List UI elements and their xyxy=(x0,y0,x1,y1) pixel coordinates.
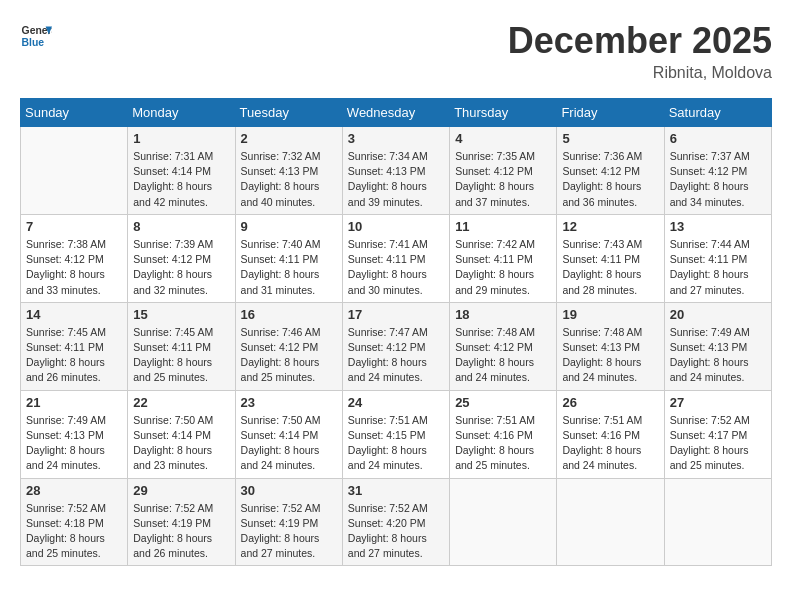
weekday-header-tuesday: Tuesday xyxy=(235,99,342,127)
calendar-day-cell: 13Sunrise: 7:44 AMSunset: 4:11 PMDayligh… xyxy=(664,214,771,302)
day-info: Sunrise: 7:44 AMSunset: 4:11 PMDaylight:… xyxy=(670,237,766,298)
calendar-day-cell: 3Sunrise: 7:34 AMSunset: 4:13 PMDaylight… xyxy=(342,127,449,215)
day-info: Sunrise: 7:39 AMSunset: 4:12 PMDaylight:… xyxy=(133,237,229,298)
calendar-day-cell: 10Sunrise: 7:41 AMSunset: 4:11 PMDayligh… xyxy=(342,214,449,302)
day-number: 13 xyxy=(670,219,766,234)
day-info: Sunrise: 7:40 AMSunset: 4:11 PMDaylight:… xyxy=(241,237,337,298)
calendar-day-cell: 29Sunrise: 7:52 AMSunset: 4:19 PMDayligh… xyxy=(128,478,235,566)
location-subtitle: Ribnita, Moldova xyxy=(508,64,772,82)
day-number: 7 xyxy=(26,219,122,234)
day-number: 21 xyxy=(26,395,122,410)
day-info: Sunrise: 7:52 AMSunset: 4:18 PMDaylight:… xyxy=(26,501,122,562)
day-number: 8 xyxy=(133,219,229,234)
calendar-header-row: SundayMondayTuesdayWednesdayThursdayFrid… xyxy=(21,99,772,127)
weekday-header-thursday: Thursday xyxy=(450,99,557,127)
day-number: 17 xyxy=(348,307,444,322)
calendar-day-cell xyxy=(21,127,128,215)
day-info: Sunrise: 7:49 AMSunset: 4:13 PMDaylight:… xyxy=(670,325,766,386)
day-number: 18 xyxy=(455,307,551,322)
day-info: Sunrise: 7:49 AMSunset: 4:13 PMDaylight:… xyxy=(26,413,122,474)
calendar-day-cell: 25Sunrise: 7:51 AMSunset: 4:16 PMDayligh… xyxy=(450,390,557,478)
day-number: 1 xyxy=(133,131,229,146)
calendar-day-cell: 2Sunrise: 7:32 AMSunset: 4:13 PMDaylight… xyxy=(235,127,342,215)
calendar-day-cell: 30Sunrise: 7:52 AMSunset: 4:19 PMDayligh… xyxy=(235,478,342,566)
day-info: Sunrise: 7:50 AMSunset: 4:14 PMDaylight:… xyxy=(133,413,229,474)
day-info: Sunrise: 7:51 AMSunset: 4:16 PMDaylight:… xyxy=(455,413,551,474)
day-info: Sunrise: 7:52 AMSunset: 4:19 PMDaylight:… xyxy=(241,501,337,562)
calendar-day-cell: 26Sunrise: 7:51 AMSunset: 4:16 PMDayligh… xyxy=(557,390,664,478)
page-header: General Blue December 2025 Ribnita, Mold… xyxy=(20,20,772,82)
day-number: 24 xyxy=(348,395,444,410)
day-number: 27 xyxy=(670,395,766,410)
calendar-day-cell: 16Sunrise: 7:46 AMSunset: 4:12 PMDayligh… xyxy=(235,302,342,390)
day-info: Sunrise: 7:47 AMSunset: 4:12 PMDaylight:… xyxy=(348,325,444,386)
logo-icon: General Blue xyxy=(20,20,52,52)
day-number: 22 xyxy=(133,395,229,410)
calendar-day-cell: 11Sunrise: 7:42 AMSunset: 4:11 PMDayligh… xyxy=(450,214,557,302)
calendar-day-cell: 6Sunrise: 7:37 AMSunset: 4:12 PMDaylight… xyxy=(664,127,771,215)
day-number: 9 xyxy=(241,219,337,234)
day-number: 2 xyxy=(241,131,337,146)
day-number: 10 xyxy=(348,219,444,234)
day-info: Sunrise: 7:52 AMSunset: 4:19 PMDaylight:… xyxy=(133,501,229,562)
day-number: 25 xyxy=(455,395,551,410)
day-info: Sunrise: 7:52 AMSunset: 4:20 PMDaylight:… xyxy=(348,501,444,562)
day-info: Sunrise: 7:38 AMSunset: 4:12 PMDaylight:… xyxy=(26,237,122,298)
calendar-day-cell: 22Sunrise: 7:50 AMSunset: 4:14 PMDayligh… xyxy=(128,390,235,478)
day-info: Sunrise: 7:45 AMSunset: 4:11 PMDaylight:… xyxy=(133,325,229,386)
calendar-week-row: 1Sunrise: 7:31 AMSunset: 4:14 PMDaylight… xyxy=(21,127,772,215)
calendar-table: SundayMondayTuesdayWednesdayThursdayFrid… xyxy=(20,98,772,566)
calendar-day-cell: 24Sunrise: 7:51 AMSunset: 4:15 PMDayligh… xyxy=(342,390,449,478)
calendar-day-cell xyxy=(557,478,664,566)
weekday-header-friday: Friday xyxy=(557,99,664,127)
day-info: Sunrise: 7:46 AMSunset: 4:12 PMDaylight:… xyxy=(241,325,337,386)
logo: General Blue xyxy=(20,20,52,52)
day-number: 16 xyxy=(241,307,337,322)
day-info: Sunrise: 7:42 AMSunset: 4:11 PMDaylight:… xyxy=(455,237,551,298)
calendar-day-cell: 9Sunrise: 7:40 AMSunset: 4:11 PMDaylight… xyxy=(235,214,342,302)
day-info: Sunrise: 7:37 AMSunset: 4:12 PMDaylight:… xyxy=(670,149,766,210)
calendar-day-cell: 27Sunrise: 7:52 AMSunset: 4:17 PMDayligh… xyxy=(664,390,771,478)
day-info: Sunrise: 7:51 AMSunset: 4:16 PMDaylight:… xyxy=(562,413,658,474)
day-number: 19 xyxy=(562,307,658,322)
calendar-week-row: 21Sunrise: 7:49 AMSunset: 4:13 PMDayligh… xyxy=(21,390,772,478)
day-number: 12 xyxy=(562,219,658,234)
day-info: Sunrise: 7:41 AMSunset: 4:11 PMDaylight:… xyxy=(348,237,444,298)
day-number: 6 xyxy=(670,131,766,146)
day-info: Sunrise: 7:48 AMSunset: 4:12 PMDaylight:… xyxy=(455,325,551,386)
day-number: 15 xyxy=(133,307,229,322)
calendar-day-cell: 15Sunrise: 7:45 AMSunset: 4:11 PMDayligh… xyxy=(128,302,235,390)
calendar-day-cell: 5Sunrise: 7:36 AMSunset: 4:12 PMDaylight… xyxy=(557,127,664,215)
calendar-day-cell: 20Sunrise: 7:49 AMSunset: 4:13 PMDayligh… xyxy=(664,302,771,390)
title-block: December 2025 Ribnita, Moldova xyxy=(508,20,772,82)
day-info: Sunrise: 7:50 AMSunset: 4:14 PMDaylight:… xyxy=(241,413,337,474)
day-number: 26 xyxy=(562,395,658,410)
day-info: Sunrise: 7:48 AMSunset: 4:13 PMDaylight:… xyxy=(562,325,658,386)
weekday-header-sunday: Sunday xyxy=(21,99,128,127)
day-number: 5 xyxy=(562,131,658,146)
day-info: Sunrise: 7:52 AMSunset: 4:17 PMDaylight:… xyxy=(670,413,766,474)
day-number: 29 xyxy=(133,483,229,498)
day-number: 23 xyxy=(241,395,337,410)
weekday-header-monday: Monday xyxy=(128,99,235,127)
day-number: 14 xyxy=(26,307,122,322)
day-info: Sunrise: 7:31 AMSunset: 4:14 PMDaylight:… xyxy=(133,149,229,210)
calendar-day-cell xyxy=(664,478,771,566)
calendar-day-cell: 18Sunrise: 7:48 AMSunset: 4:12 PMDayligh… xyxy=(450,302,557,390)
calendar-day-cell: 14Sunrise: 7:45 AMSunset: 4:11 PMDayligh… xyxy=(21,302,128,390)
day-info: Sunrise: 7:51 AMSunset: 4:15 PMDaylight:… xyxy=(348,413,444,474)
calendar-day-cell: 23Sunrise: 7:50 AMSunset: 4:14 PMDayligh… xyxy=(235,390,342,478)
calendar-week-row: 7Sunrise: 7:38 AMSunset: 4:12 PMDaylight… xyxy=(21,214,772,302)
day-info: Sunrise: 7:43 AMSunset: 4:11 PMDaylight:… xyxy=(562,237,658,298)
calendar-week-row: 14Sunrise: 7:45 AMSunset: 4:11 PMDayligh… xyxy=(21,302,772,390)
day-number: 4 xyxy=(455,131,551,146)
calendar-week-row: 28Sunrise: 7:52 AMSunset: 4:18 PMDayligh… xyxy=(21,478,772,566)
day-info: Sunrise: 7:35 AMSunset: 4:12 PMDaylight:… xyxy=(455,149,551,210)
day-number: 20 xyxy=(670,307,766,322)
calendar-day-cell: 7Sunrise: 7:38 AMSunset: 4:12 PMDaylight… xyxy=(21,214,128,302)
weekday-header-saturday: Saturday xyxy=(664,99,771,127)
calendar-day-cell: 19Sunrise: 7:48 AMSunset: 4:13 PMDayligh… xyxy=(557,302,664,390)
day-number: 30 xyxy=(241,483,337,498)
calendar-day-cell: 17Sunrise: 7:47 AMSunset: 4:12 PMDayligh… xyxy=(342,302,449,390)
day-info: Sunrise: 7:34 AMSunset: 4:13 PMDaylight:… xyxy=(348,149,444,210)
